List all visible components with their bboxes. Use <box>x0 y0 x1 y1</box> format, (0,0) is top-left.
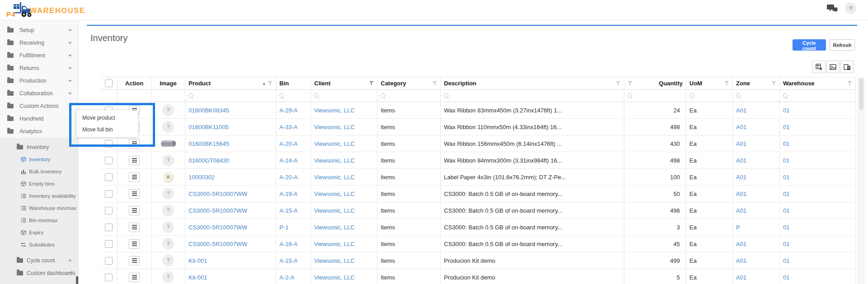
sidebar-item[interactable]: Custom Actions <box>0 100 78 112</box>
row-action-button[interactable] <box>129 206 140 215</box>
row-checkbox[interactable] <box>105 173 113 181</box>
product-link[interactable]: CS3000-SR10007WW <box>189 224 247 231</box>
filter-icon[interactable] <box>724 81 729 86</box>
zone-link[interactable]: A01 <box>736 207 746 214</box>
warehouse-link[interactable]: 01 <box>783 140 789 147</box>
sidebar-item[interactable]: Setup <box>0 24 78 37</box>
product-link[interactable]: 10000302 <box>189 174 215 181</box>
bin-link[interactable]: A-16-A <box>279 241 297 247</box>
filter-icon[interactable] <box>771 81 776 86</box>
product-link[interactable]: 01600BK11005 <box>189 124 229 130</box>
warehouse-link[interactable]: 01 <box>783 107 789 114</box>
filter-input-product[interactable] <box>185 90 276 102</box>
bin-link[interactable]: A-33-A <box>279 124 297 130</box>
column-header-quantity[interactable]: Quantity <box>624 77 686 89</box>
zone-link[interactable]: A01 <box>736 157 746 164</box>
bin-link[interactable]: A-19-A <box>279 191 297 197</box>
context-menu-item[interactable]: Move product <box>76 112 138 124</box>
sidebar-sub-item[interactable]: Inventory availability <box>0 190 78 202</box>
filter-input-zone[interactable] <box>733 90 780 102</box>
sidebar-folder-item[interactable]: Custom dashboards <box>0 267 78 279</box>
column-header-product[interactable]: Product <box>185 77 276 89</box>
row-action-button[interactable] <box>129 172 140 182</box>
filter-input-description[interactable] <box>441 90 624 102</box>
zone-link[interactable]: A01 <box>736 124 746 130</box>
cycle-count-button[interactable]: Cycle count <box>793 39 826 51</box>
row-action-button[interactable] <box>129 239 140 249</box>
client-link[interactable]: Viewsonic, LLC <box>314 157 354 164</box>
zone-link[interactable]: P <box>736 224 740 231</box>
sidebar-sub-item[interactable]: Empty bins <box>0 177 78 190</box>
sidebar-sub-item[interactable]: Substitutes <box>0 238 78 251</box>
sidebar-sub-item[interactable]: Inventory <box>0 153 78 165</box>
p4-warehouse-logo[interactable]: P4 WAREHOUSE <box>6 1 106 19</box>
filter-input-bin[interactable] <box>276 90 311 102</box>
row-action-button[interactable] <box>129 273 140 282</box>
warehouse-link[interactable]: 01 <box>783 124 789 130</box>
sidebar-item[interactable]: Analytics <box>0 125 78 138</box>
client-link[interactable]: Viewsonic, LLC <box>314 174 354 181</box>
row-action-button[interactable] <box>129 256 140 265</box>
sidebar-item[interactable]: Handheld <box>0 112 78 125</box>
filter-input-quantity[interactable] <box>624 90 686 102</box>
product-link[interactable]: Kit-001 <box>189 274 207 281</box>
sidebar-item[interactable]: Collaboration <box>0 87 78 100</box>
bin-link[interactable]: A-24-A <box>279 157 297 164</box>
row-checkbox[interactable] <box>105 190 113 198</box>
sidebar-group-inventory[interactable]: Inventory <box>0 141 78 153</box>
bin-link[interactable]: A-15-A <box>279 257 297 264</box>
bin-link[interactable]: P-1 <box>279 224 288 231</box>
product-link[interactable]: Kit-001 <box>189 257 207 264</box>
row-checkbox[interactable] <box>105 257 113 265</box>
zone-link[interactable]: A01 <box>736 257 746 264</box>
bin-link[interactable]: A-15-A <box>279 207 297 214</box>
filter-input-category[interactable] <box>377 90 441 102</box>
sidebar-scrollbar-thumb[interactable] <box>76 276 78 284</box>
client-link[interactable]: Viewsonic, LLC <box>314 191 354 197</box>
client-link[interactable]: Viewsonic, LLC <box>314 224 354 231</box>
row-checkbox[interactable] <box>105 223 113 231</box>
sidebar-sub-item[interactable]: Expiry <box>0 226 78 238</box>
client-link[interactable]: Viewsonic, LLC <box>314 107 354 114</box>
zone-link[interactable]: A01 <box>736 107 746 114</box>
scrollbar-thumb[interactable] <box>859 78 863 110</box>
column-header-uom[interactable]: UoM <box>686 77 733 89</box>
help-button[interactable]: ? <box>845 3 856 14</box>
column-chooser-button[interactable] <box>840 61 854 73</box>
warehouse-link[interactable]: 01 <box>783 241 789 247</box>
product-link[interactable]: CS3000-SR10007WW <box>189 241 247 247</box>
filter-icon[interactable] <box>847 81 852 86</box>
column-header-warehouse[interactable]: Warehouse <box>780 77 856 89</box>
column-header-description[interactable]: Description <box>441 77 624 89</box>
sidebar-item[interactable]: Fulfillment <box>0 49 78 62</box>
filter-input-client[interactable] <box>311 90 377 102</box>
filter-input-warehouse[interactable] <box>780 90 856 102</box>
row-checkbox[interactable] <box>105 140 113 148</box>
export-data-button[interactable] <box>812 61 826 73</box>
filter-icon[interactable] <box>616 81 621 86</box>
product-link[interactable]: CS3000-SR10007WW <box>189 207 247 214</box>
sidebar-sub-item[interactable]: Bulk inventory <box>0 165 78 177</box>
filter-input-uom[interactable] <box>686 90 733 102</box>
filter-icon[interactable] <box>627 81 632 86</box>
client-link[interactable]: Viewsonic, LLC <box>314 274 354 281</box>
export-selected-button[interactable] <box>826 61 840 73</box>
row-checkbox[interactable] <box>105 240 113 248</box>
zone-link[interactable]: A01 <box>736 274 746 281</box>
warehouse-link[interactable]: 01 <box>783 191 789 197</box>
filter-icon[interactable] <box>268 81 273 86</box>
row-action-button[interactable] <box>129 223 140 232</box>
sidebar-item[interactable]: Receiving <box>0 37 78 49</box>
column-header-client[interactable]: Client <box>311 77 377 89</box>
bin-link[interactable]: A-2-A <box>279 274 294 281</box>
warehouse-link[interactable]: 01 <box>783 207 789 214</box>
product-link[interactable]: 01600GT08430 <box>189 157 229 164</box>
refresh-button[interactable]: Refresh <box>830 39 855 51</box>
bin-link[interactable]: A-20-A <box>279 140 297 147</box>
column-header-zone[interactable]: Zone <box>733 77 780 89</box>
zone-link[interactable]: A01 <box>736 241 746 247</box>
column-header-bin[interactable]: Bin <box>276 77 311 89</box>
sidebar-sub-item[interactable]: Warehouse min/max <box>0 202 78 214</box>
sidebar-sub-item[interactable]: Bin min/max <box>0 214 78 226</box>
row-checkbox[interactable] <box>105 274 113 281</box>
